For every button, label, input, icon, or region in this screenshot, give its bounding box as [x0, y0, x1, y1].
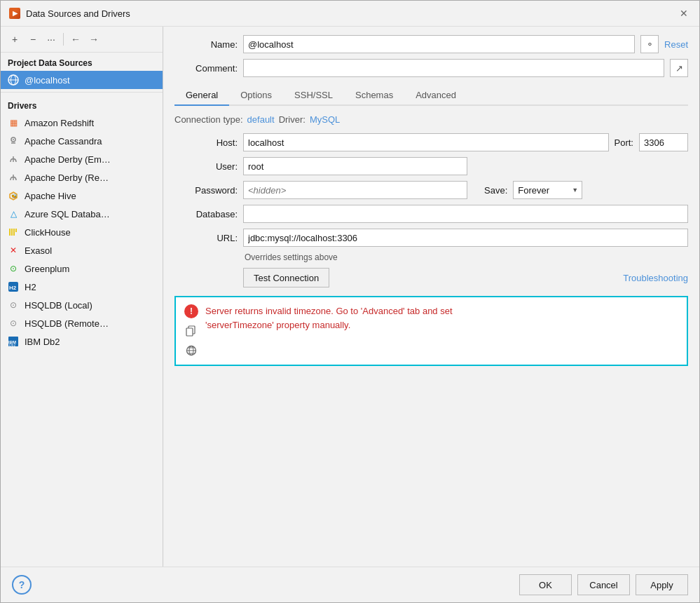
url-input[interactable] — [243, 229, 688, 247]
ok-button[interactable]: OK — [519, 574, 572, 595]
dialog-footer: ? OK Cancel Apply — [1, 567, 699, 602]
sidebar-item-exasol[interactable]: ✕ Exasol — [1, 241, 163, 259]
cassandra-icon — [8, 135, 19, 147]
error-message: Server returns invalid timezone. Go to '… — [205, 304, 453, 332]
port-label: Port: — [615, 137, 633, 148]
derby-re-icon — [8, 172, 19, 183]
apply-button[interactable]: Apply — [636, 574, 688, 595]
svg-rect-10 — [9, 229, 11, 236]
ibm-icon: IBM Db2 — [8, 336, 19, 347]
sidebar-item-greenplum[interactable]: ⊙ Greenplum — [1, 259, 163, 278]
project-section-title: Project Data Sources — [1, 53, 163, 71]
copy-icon[interactable] — [184, 324, 198, 338]
more-button[interactable]: ··· — [43, 31, 60, 48]
comment-expand-button[interactable]: ↗ — [670, 59, 688, 77]
sidebar-item-apache-hive[interactable]: 🐝 Apache Hive — [1, 187, 163, 205]
database-input[interactable] — [243, 205, 688, 223]
port-input[interactable] — [639, 133, 688, 151]
sidebar-item-apache-derby-em[interactable]: Apache Derby (Em… — [1, 150, 163, 168]
svg-text:H2: H2 — [9, 285, 17, 291]
driver-label-apache-derby-re: Apache Derby (Re… — [25, 172, 109, 183]
test-connection-button[interactable]: Test Connection — [243, 268, 329, 287]
driver-label-clickhouse: ClickHouse — [25, 227, 71, 238]
save-label: Save: — [484, 185, 507, 196]
name-label: Name: — [174, 39, 238, 50]
connection-type-value[interactable]: default — [247, 114, 275, 125]
driver-label-greenplum: Greenplum — [25, 264, 69, 274]
driver-label-hsqldb-local: HSQLDB (Local) — [25, 300, 92, 311]
connection-type-row: Connection type: default Driver: MySQL — [174, 114, 688, 125]
database-row: Database: — [174, 205, 688, 223]
sidebar-item-localhost-label: @localhost — [25, 75, 70, 86]
clickhouse-icon — [8, 226, 19, 238]
driver-label-azure-sql: Azure SQL Databa… — [25, 209, 110, 219]
host-row: Host: Port: — [174, 133, 688, 151]
localhost-icon — [8, 74, 19, 86]
drivers-list: ▦ Amazon Redshift Apache Cassandra — [1, 114, 163, 567]
svg-rect-11 — [11, 229, 13, 236]
name-input[interactable] — [243, 35, 635, 53]
driver-label-amazon-redshift: Amazon Redshift — [25, 118, 94, 128]
main-content: + − ··· ← → Project Data Sources @localh… — [1, 27, 699, 567]
tab-general[interactable]: General — [174, 86, 229, 106]
sidebar-item-amazon-redshift[interactable]: ▦ Amazon Redshift — [1, 114, 163, 132]
sidebar-item-ibm-db2[interactable]: IBM Db2 IBM Db2 — [1, 332, 163, 351]
dialog-title: Data Sources and Drivers — [26, 8, 130, 19]
tab-schemas[interactable]: Schemas — [344, 86, 404, 106]
driver-label-apache-cassandra: Apache Cassandra — [25, 136, 102, 147]
help-button[interactable]: ? — [12, 575, 32, 595]
redshift-icon: ▦ — [8, 117, 19, 128]
sidebar-item-hsqldb-local[interactable]: ⊙ HSQLDB (Local) — [1, 296, 163, 314]
dialog: ▶ Data Sources and Drivers ✕ + − ··· ← →… — [0, 0, 700, 603]
driver-value[interactable]: MySQL — [310, 114, 340, 125]
reset-link[interactable]: Reset — [664, 39, 688, 50]
user-input[interactable] — [243, 157, 467, 175]
driver-label-static: Driver: — [279, 114, 306, 125]
sidebar-item-apache-derby-re[interactable]: Apache Derby (Re… — [1, 168, 163, 187]
tab-options[interactable]: Options — [229, 86, 283, 106]
sidebar-item-apache-cassandra[interactable]: Apache Cassandra — [1, 132, 163, 150]
sidebar-item-hsqldb-remote[interactable]: ⊙ HSQLDB (Remote… — [1, 314, 163, 332]
host-input[interactable] — [243, 133, 609, 151]
error-box: ! — [174, 296, 688, 366]
sidebar-item-h2[interactable]: H2 H2 — [1, 278, 163, 296]
hsqldb-local-icon: ⊙ — [8, 299, 19, 311]
svg-rect-20 — [186, 328, 193, 336]
hsqldb-remote-icon: ⊙ — [8, 318, 19, 329]
sidebar-divider — [1, 92, 163, 93]
troubleshoot-link[interactable]: Troubleshooting — [623, 273, 688, 283]
svg-rect-12 — [13, 229, 15, 236]
error-icon: ! — [184, 304, 198, 318]
user-label: User: — [174, 161, 238, 172]
name-expand-button[interactable]: ⚬ — [640, 35, 659, 53]
connection-type-label: Connection type: — [174, 114, 243, 125]
title-bar: ▶ Data Sources and Drivers ✕ — [1, 1, 699, 27]
svg-text:🐝: 🐝 — [11, 193, 18, 199]
sidebar-item-azure-sql[interactable]: △ Azure SQL Databa… — [1, 205, 163, 223]
back-button[interactable]: ← — [67, 31, 84, 48]
url-row: URL: — [174, 229, 688, 247]
sidebar-item-clickhouse[interactable]: ClickHouse — [1, 223, 163, 241]
driver-label-hsqldb-remote: HSQLDB (Remote… — [25, 318, 109, 329]
close-button[interactable]: ✕ — [677, 6, 691, 20]
remove-button[interactable]: − — [25, 31, 41, 48]
name-row: Name: ⚬ Reset — [174, 35, 688, 53]
password-input[interactable] — [243, 181, 467, 199]
user-row: User: — [174, 157, 688, 175]
driver-label-apache-derby-em: Apache Derby (Em… — [25, 154, 111, 165]
tab-ssh-ssl[interactable]: SSH/SSL — [283, 86, 344, 106]
save-select[interactable]: Forever Until restart Never — [513, 181, 582, 199]
right-panel: Name: ⚬ Reset Comment: ↗ General Options… — [163, 27, 699, 567]
footer-right: OK Cancel Apply — [519, 574, 688, 595]
add-button[interactable]: + — [6, 31, 23, 48]
forward-button[interactable]: → — [85, 31, 102, 48]
driver-label-apache-hive: Apache Hive — [25, 191, 76, 201]
greenplum-icon: ⊙ — [8, 263, 19, 274]
sidebar-item-localhost[interactable]: @localhost — [1, 71, 163, 89]
sidebar-toolbar: + − ··· ← → — [1, 27, 163, 53]
tabs-bar: General Options SSH/SSL Schemas Advanced — [174, 86, 688, 106]
tab-advanced[interactable]: Advanced — [404, 86, 467, 106]
cancel-button[interactable]: Cancel — [577, 574, 630, 595]
comment-input[interactable] — [243, 59, 664, 77]
h2-icon: H2 — [8, 281, 19, 292]
